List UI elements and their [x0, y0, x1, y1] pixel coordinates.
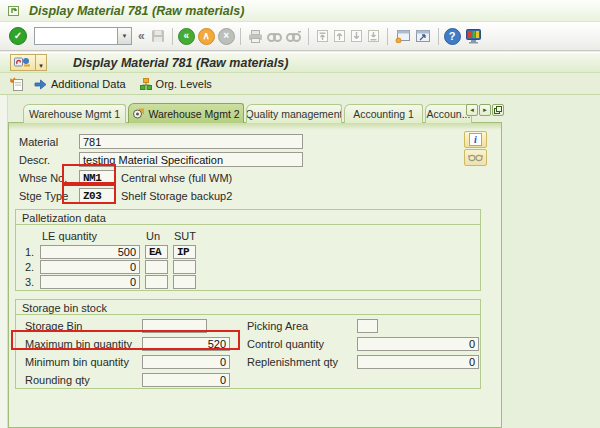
minimum-bin-quantity-label: Minimum bin quantity [25, 356, 129, 368]
tab-label: Quality management [246, 108, 342, 120]
palletization-groupbox: Palletization data LE quantity Un SUT 1.… [15, 209, 481, 291]
descr-label: Descr. [19, 154, 50, 166]
tab-content-pane: Material 781 Descr. testing Material Spe… [8, 122, 502, 428]
command-dropdown-icon[interactable]: ▼ [117, 27, 132, 45]
toolbar-separator [308, 28, 309, 45]
glasses-icon [468, 153, 483, 162]
palletization-title: Palletization data [16, 210, 480, 225]
org-levels-label: Org. Levels [156, 78, 212, 90]
services-for-object-button[interactable] [10, 54, 36, 71]
sut-field-2[interactable] [173, 260, 196, 274]
tab-overview-button[interactable] [492, 104, 504, 116]
pallet-row-number: 1. [25, 246, 34, 258]
sut-header: SUT [174, 230, 196, 242]
material-label: Material [19, 136, 58, 148]
replenishment-qty-label: Replenishment qty [247, 356, 338, 368]
right-arrow-icon [34, 79, 47, 90]
org-levels-button[interactable]: Org. Levels [140, 78, 212, 90]
le-quantity-header: LE quantity [42, 230, 97, 242]
sap-window: Display Material 781 (Raw materials) ✓ ▼… [0, 0, 600, 428]
additional-data-button[interactable]: Additional Data [34, 78, 126, 90]
descr-field[interactable]: testing Material Specification [79, 152, 303, 167]
command-input[interactable] [34, 27, 117, 45]
tab-quality-management[interactable]: Quality management [246, 104, 342, 123]
additional-data-label: Additional Data [51, 78, 126, 90]
help-button[interactable]: ? [444, 28, 461, 45]
last-page-icon[interactable] [367, 29, 380, 43]
tab-scroll-left-button[interactable]: ◄ [466, 104, 478, 116]
create-shortcut-icon[interactable] [415, 29, 431, 43]
maximum-bin-quantity-field[interactable]: 520 [142, 337, 230, 351]
active-tab-icon [132, 108, 144, 120]
stge-type-label: Stge Type [19, 190, 68, 202]
toolbar-separator [387, 28, 388, 45]
sut-field-1[interactable]: IP [173, 245, 196, 259]
material-field[interactable]: 781 [79, 134, 303, 149]
back-button[interactable]: « [178, 28, 195, 45]
previous-page-icon[interactable] [333, 29, 346, 43]
collapse-toolbar-icon[interactable]: « [138, 29, 145, 43]
whse-no-field[interactable]: NM1 [79, 170, 116, 185]
toolbar-separator [438, 28, 439, 45]
rounding-qty-label: Rounding qty [25, 374, 90, 386]
tab-accounting-2-truncated[interactable]: Accoun... [425, 104, 472, 123]
picking-area-field[interactable] [357, 319, 378, 333]
new-session-icon[interactable] [395, 29, 411, 43]
un-field-1[interactable]: EA [145, 245, 168, 259]
standard-toolbar: ✓ ▼ « « ∧ × [0, 22, 600, 51]
storage-bin-label: Storage Bin [25, 320, 82, 332]
control-quantity-field[interactable]: 0 [357, 337, 479, 351]
enter-button[interactable]: ✓ [9, 27, 27, 45]
cancel-button[interactable]: × [218, 28, 235, 45]
minimum-bin-quantity-field[interactable]: 0 [142, 355, 230, 369]
stge-type-field[interactable]: Z03 [79, 188, 116, 203]
transaction-title: Display Material 781 (Raw materials) [73, 56, 288, 70]
le-quantity-field-3[interactable]: 0 [40, 275, 140, 289]
un-header: Un [146, 230, 160, 242]
tab-scroll-right-button[interactable]: ► [479, 104, 491, 116]
le-quantity-field-1[interactable]: 500 [40, 245, 140, 259]
window-title: Display Material 781 (Raw materials) [29, 4, 244, 18]
pallet-row-number: 3. [25, 276, 34, 288]
check-document-button[interactable] [10, 77, 24, 92]
un-field-3[interactable] [145, 275, 168, 289]
info-icon: i [469, 133, 482, 146]
tab-warehouse-mgmt-1[interactable]: Warehouse Mgmt 1 [23, 104, 126, 123]
tab-warehouse-mgmt-2[interactable]: Warehouse Mgmt 2 [128, 103, 244, 123]
window-titlebar: Display Material 781 (Raw materials) [0, 0, 600, 22]
application-toolbar: Additional Data Org. Levels [0, 74, 600, 95]
transaction-titlebar: ▾ Display Material 781 (Raw materials) [0, 52, 600, 73]
tab-scroll-buttons: ◄ ► [466, 104, 504, 116]
services-for-object-dropdown[interactable]: ▾ [36, 54, 47, 71]
rounding-qty-field[interactable]: 0 [142, 373, 230, 387]
tab-label: Accounting 1 [353, 108, 414, 120]
whse-no-label: Whse No. [19, 172, 67, 184]
toolbar-separator [240, 28, 241, 45]
tab-label: Warehouse Mgmt 2 [148, 108, 239, 120]
storage-bin-field[interactable] [142, 319, 207, 333]
customize-layout-icon[interactable] [465, 29, 482, 44]
tab-accounting-1[interactable]: Accounting 1 [344, 104, 423, 123]
first-page-icon[interactable] [316, 29, 329, 43]
command-field-wrap: ▼ [34, 27, 132, 45]
window-icon[interactable] [8, 5, 21, 17]
un-field-2[interactable] [145, 260, 168, 274]
tab-label: Warehouse Mgmt 1 [29, 108, 120, 120]
find-icon[interactable] [267, 30, 282, 43]
print-icon[interactable] [248, 30, 263, 43]
replenishment-qty-field[interactable]: 0 [357, 355, 479, 369]
le-quantity-field-2[interactable]: 0 [40, 260, 140, 274]
find-next-icon[interactable] [286, 30, 301, 43]
next-page-icon[interactable] [350, 29, 363, 43]
org-chart-icon [140, 78, 152, 90]
save-icon[interactable] [151, 29, 165, 43]
stge-type-description: Shelf Storage backup2 [121, 190, 232, 202]
exit-button[interactable]: ∧ [198, 28, 215, 45]
storage-bin-stock-groupbox: Storage bin stock Storage Bin Picking Ar… [15, 299, 481, 389]
sut-field-3[interactable] [173, 275, 196, 289]
storage-bin-stock-title: Storage bin stock [16, 300, 480, 315]
tabstrip: Warehouse Mgmt 1 Warehouse Mgmt 2 Qualit… [23, 103, 474, 123]
display-glasses-button[interactable] [464, 149, 487, 166]
maximum-bin-quantity-label: Maximum bin quantity [25, 338, 132, 350]
info-button[interactable]: i [464, 131, 487, 148]
